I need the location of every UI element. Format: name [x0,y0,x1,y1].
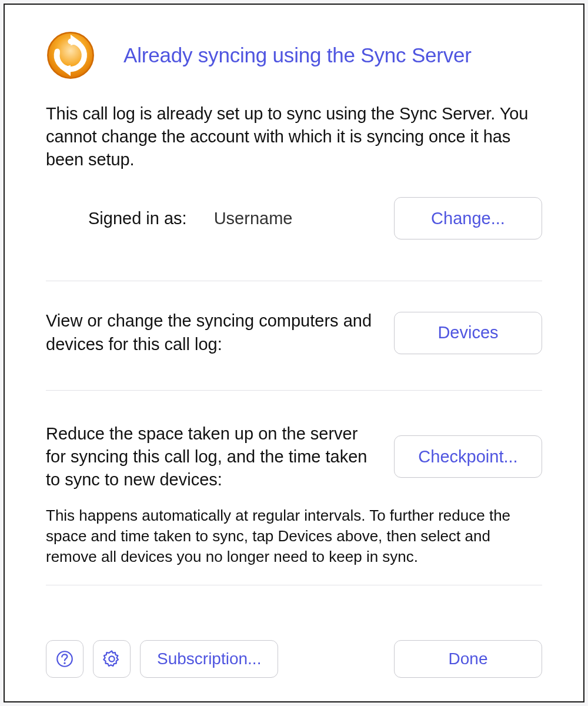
checkpoint-button[interactable]: Checkpoint... [394,435,542,478]
sync-icon [46,31,95,80]
svg-point-5 [109,656,114,661]
devices-text: View or change the syncing computers and… [46,309,375,355]
footer: Subscription... Done [46,622,542,678]
checkpoint-row: Reduce the space taken up on the server … [46,422,542,491]
page-title: Already syncing using the Sync Server [123,44,472,67]
intro-text: This call log is already set up to sync … [46,102,542,171]
checkpoint-helper-text: This happens automatically at regular in… [46,505,542,567]
help-button[interactable] [46,640,83,678]
account-row: Signed in as: Username Change... [46,197,542,239]
signed-in-username: Username [214,209,293,228]
divider [46,390,542,391]
sync-settings-panel: Already syncing using the Sync Server Th… [4,4,584,702]
devices-row: View or change the syncing computers and… [46,309,542,355]
change-account-button[interactable]: Change... [394,197,542,239]
done-button[interactable]: Done [394,640,542,678]
signed-in-label: Signed in as: [88,209,187,228]
checkpoint-text: Reduce the space taken up on the server … [46,422,380,491]
devices-button[interactable]: Devices [394,312,542,354]
gear-icon [102,649,122,669]
help-icon [55,649,75,669]
settings-button[interactable] [93,640,131,678]
divider [46,585,542,585]
svg-point-4 [64,662,65,664]
header: Already syncing using the Sync Server [46,31,542,80]
subscription-button[interactable]: Subscription... [140,640,278,678]
divider [46,281,542,281]
checkpoint-section: Reduce the space taken up on the server … [46,417,542,568]
